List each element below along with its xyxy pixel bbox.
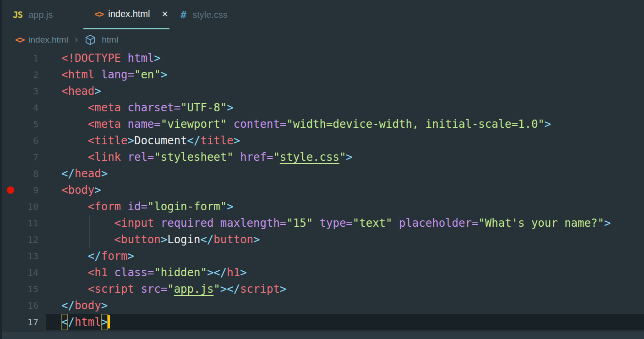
code-line[interactable]: 1<!DOCTYPE html> — [0, 50, 644, 66]
gutter[interactable]: 4 — [0, 99, 46, 116]
code-line[interactable]: 15 <script src="app.js"></script> — [0, 281, 644, 297]
code-token: < — [61, 314, 68, 330]
gutter[interactable]: 11 — [0, 215, 46, 231]
code-token: <!DOCTYPE — [61, 52, 121, 65]
gutter[interactable]: 5 — [0, 116, 46, 132]
gutter[interactable]: 12 — [0, 231, 46, 248]
breadcrumb-symbol[interactable]: html — [102, 35, 118, 45]
code-token: </ — [61, 299, 75, 312]
code-token: h1 — [227, 266, 240, 279]
line-number[interactable]: 1 — [0, 50, 46, 66]
tab-index-html[interactable]: <> index.html ✕ — [83, 0, 169, 29]
code-line[interactable]: 2<html lang="en"> — [0, 66, 644, 83]
gutter[interactable]: 16 — [0, 297, 46, 314]
tab-app-js[interactable]: JS app.js — [2, 0, 83, 29]
code-token: ></ — [220, 283, 240, 295]
code-token: / — [68, 316, 74, 328]
code-token: </ — [88, 250, 101, 262]
line-number[interactable]: 4 — [0, 99, 46, 116]
code-token: > — [128, 250, 134, 262]
code-line[interactable]: 14 <h1 class="hidden"></h1> — [0, 264, 644, 281]
cube-icon — [84, 34, 96, 46]
code-token: <body — [61, 184, 94, 197]
code-token: "UTF-8" — [180, 101, 227, 114]
code-line[interactable]: 5 <meta name="viewport" content="width=d… — [0, 116, 644, 132]
breadcrumb: <> index.html › html — [0, 29, 644, 50]
gutter[interactable]: 10 — [0, 198, 46, 215]
line-number[interactable]: 5 — [0, 116, 46, 132]
code-content: <form id="login-form"> — [46, 198, 644, 215]
indent-guide — [89, 231, 90, 248]
code-line[interactable]: 6 <title>Document</title> — [0, 132, 644, 149]
code-token: head — [75, 167, 101, 180]
code-token: <meta — [88, 101, 121, 114]
line-number[interactable]: 15 — [0, 281, 46, 297]
code-token: > — [346, 151, 352, 164]
code-token: "viewport" — [161, 118, 227, 131]
code-line[interactable]: 12 <button>Login</button> — [0, 231, 644, 248]
code-token: <meta — [88, 118, 121, 131]
gutter[interactable]: 15 — [0, 281, 46, 297]
line-number[interactable]: 7 — [0, 149, 46, 165]
gutter[interactable]: 8 — [0, 165, 46, 182]
code-token: > — [101, 167, 108, 180]
code-token: "text" — [353, 217, 393, 230]
code-editor[interactable]: 1<!DOCTYPE html>2<html lang="en">3<head>… — [0, 50, 644, 330]
code-line[interactable]: 4 <meta charset="UTF-8"> — [0, 99, 644, 116]
close-icon[interactable]: ✕ — [161, 9, 168, 19]
line-number[interactable]: 17 — [0, 314, 46, 330]
line-number[interactable]: 6 — [0, 132, 46, 149]
code-token: html — [75, 316, 101, 328]
code-token: rel= — [121, 151, 154, 164]
line-number[interactable]: 8 — [0, 165, 46, 182]
code-line[interactable]: 13 </form> — [0, 248, 644, 264]
line-number[interactable]: 13 — [0, 248, 46, 264]
code-token: script — [240, 283, 280, 295]
gutter[interactable]: 13 — [0, 248, 46, 264]
code-line[interactable]: 11 <input required maxlength="15" type="… — [0, 215, 644, 231]
code-token: placeholder= — [392, 217, 478, 230]
code-token: src= — [134, 283, 167, 295]
code-token: > — [227, 200, 233, 213]
code-line[interactable]: 9<body> — [0, 182, 644, 198]
line-number[interactable]: 10 — [0, 198, 46, 215]
code-line[interactable]: 3<head> — [0, 83, 644, 99]
line-number[interactable]: 16 — [0, 297, 46, 314]
gutter[interactable]: 7 — [0, 149, 46, 165]
code-content: <html lang="en"> — [46, 66, 644, 83]
line-number[interactable]: 3 — [0, 83, 46, 99]
code-token: form — [101, 250, 128, 262]
code-token: > — [161, 233, 167, 246]
gutter[interactable]: 3 — [0, 83, 46, 99]
code-line[interactable]: 10 <form id="login-form"> — [0, 198, 644, 215]
line-number[interactable]: 12 — [0, 231, 46, 248]
breakpoint-dot[interactable] — [7, 186, 14, 194]
bottom-bar — [0, 332, 644, 339]
gutter[interactable]: 1 — [0, 50, 46, 66]
gutter[interactable]: 9 — [0, 182, 46, 198]
tab-style-css[interactable]: # style.css — [169, 0, 251, 29]
breadcrumb-file[interactable]: index.html — [28, 35, 68, 45]
line-number[interactable]: 2 — [0, 66, 46, 83]
gutter[interactable]: 6 — [0, 132, 46, 149]
code-token: "What's your name?" — [478, 217, 604, 230]
line-number[interactable]: 11 — [0, 215, 46, 231]
line-number[interactable]: 14 — [0, 264, 46, 281]
cursor-caret — [108, 315, 110, 328]
code-line[interactable]: 17</html> — [0, 314, 644, 330]
code-content: <title>Document</title> — [46, 132, 644, 149]
gutter[interactable]: 14 — [0, 264, 46, 281]
code-line[interactable]: 7 <link rel="stylesheet" href="style.css… — [0, 149, 644, 165]
code-line[interactable]: 8</head> — [0, 165, 644, 182]
code-token: </ — [61, 167, 75, 180]
code-token: > — [101, 299, 108, 312]
js-file-icon: JS — [13, 10, 22, 20]
gutter[interactable]: 2 — [0, 66, 46, 83]
gutter[interactable]: 17 — [0, 314, 46, 330]
code-line[interactable]: 16</body> — [0, 297, 644, 314]
indent-guide — [63, 231, 63, 248]
code-token: > — [545, 118, 551, 131]
code-content: <meta name="viewport" content="width=dev… — [46, 116, 644, 132]
code-content: </html> — [46, 314, 644, 330]
code-token: "15" — [286, 217, 313, 230]
